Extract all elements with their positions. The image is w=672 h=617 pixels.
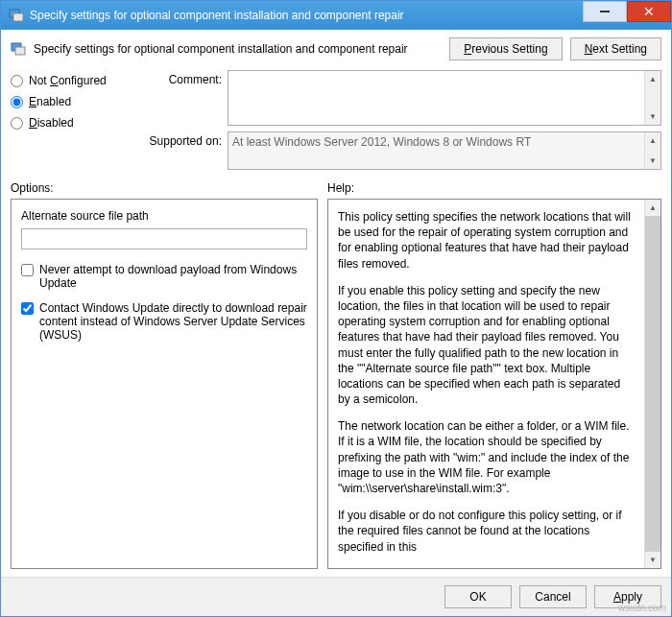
contact-wu-label: Contact Windows Update directly to downl…	[39, 301, 307, 342]
window-title: Specify settings for optional component …	[30, 9, 583, 22]
ok-button[interactable]: OK	[444, 585, 512, 608]
help-scrollbar[interactable]: ▲ ▼	[644, 200, 660, 568]
policy-description: Specify settings for optional component …	[34, 42, 442, 56]
fields-column: Comment: ▲ ▼ Supported on: At least Wind…	[135, 70, 661, 170]
state-radios: Not Configured Enabled Disabled	[11, 70, 126, 170]
radio-enabled[interactable]: Enabled	[11, 95, 126, 108]
section-labels: Options: Help:	[11, 181, 661, 195]
titlebar: Specify settings for optional component …	[1, 1, 671, 30]
options-panel: Alternate source file path Never attempt…	[11, 199, 318, 569]
scroll-down-icon[interactable]: ▼	[645, 108, 660, 125]
radio-not-configured-input[interactable]	[11, 75, 23, 87]
never-download-checkbox-row[interactable]: Never attempt to download payload from W…	[21, 263, 307, 290]
cancel-button[interactable]: Cancel	[519, 585, 587, 608]
scroll-down-icon[interactable]: ▼	[645, 153, 660, 169]
supported-scrollbar[interactable]: ▲ ▼	[644, 132, 660, 169]
top-grid: Not Configured Enabled Disabled Comment:	[11, 70, 661, 170]
help-text: This policy setting specifies the networ…	[338, 209, 651, 558]
never-download-checkbox[interactable]	[21, 264, 34, 276]
window-controls: ✕	[583, 1, 671, 30]
never-download-label: Never attempt to download payload from W…	[39, 263, 307, 290]
supported-row: Supported on: At least Windows Server 20…	[135, 131, 661, 170]
comment-textarea[interactable]	[228, 71, 644, 125]
previous-setting-button[interactable]: Previous Setting	[449, 37, 562, 60]
radio-enabled-input[interactable]	[11, 96, 23, 108]
policy-icon	[11, 41, 26, 57]
comment-field-wrap: ▲ ▼	[228, 70, 661, 126]
help-panel: This policy setting specifies the networ…	[327, 199, 661, 569]
contact-wu-checkbox[interactable]	[21, 302, 34, 315]
comment-label: Comment:	[135, 70, 222, 86]
panels: Alternate source file path Never attempt…	[11, 199, 661, 569]
scroll-up-icon[interactable]: ▲	[645, 71, 660, 87]
scroll-down-icon[interactable]: ▼	[645, 552, 660, 568]
scroll-up-icon[interactable]: ▲	[645, 132, 660, 149]
help-paragraph: The network location can be either a fol…	[338, 418, 632, 496]
radio-disabled-input[interactable]	[11, 117, 23, 130]
alt-path-input[interactable]	[21, 228, 307, 249]
bottom-bar: OK Cancel Apply	[1, 577, 671, 616]
help-section-label: Help:	[327, 181, 354, 195]
watermark: wsxdn.com	[618, 603, 666, 613]
options-section-label: Options:	[11, 181, 318, 195]
svg-rect-3	[15, 47, 25, 55]
comment-row: Comment: ▲ ▼	[135, 70, 661, 126]
alt-path-label: Alternate source file path	[21, 209, 307, 223]
help-paragraph: If you enable this policy setting and sp…	[338, 283, 632, 408]
supported-field-wrap: At least Windows Server 2012, Windows 8 …	[228, 131, 661, 170]
header-row: Specify settings for optional component …	[11, 37, 661, 60]
nav-buttons: Previous Setting Next Setting	[449, 37, 661, 60]
app-icon	[9, 8, 24, 23]
contact-wu-checkbox-row[interactable]: Contact Windows Update directly to downl…	[21, 301, 307, 342]
comment-scrollbar[interactable]: ▲ ▼	[644, 71, 660, 125]
help-paragraph: This policy setting specifies the networ…	[338, 209, 632, 272]
next-setting-button[interactable]: Next Setting	[570, 37, 661, 60]
content-area: Specify settings for optional component …	[1, 30, 671, 577]
svg-rect-1	[13, 13, 23, 21]
scroll-thumb[interactable]	[645, 216, 660, 552]
radio-not-configured[interactable]: Not Configured	[11, 74, 126, 87]
window: Specify settings for optional component …	[0, 0, 672, 617]
close-button[interactable]: ✕	[627, 1, 671, 22]
radio-disabled[interactable]: Disabled	[11, 116, 126, 130]
minimize-button[interactable]	[583, 1, 627, 22]
supported-textarea: At least Windows Server 2012, Windows 8 …	[228, 132, 644, 169]
supported-label: Supported on:	[135, 131, 222, 148]
help-paragraph: If you disable or do not configure this …	[338, 508, 632, 555]
scroll-up-icon[interactable]: ▲	[645, 200, 660, 216]
